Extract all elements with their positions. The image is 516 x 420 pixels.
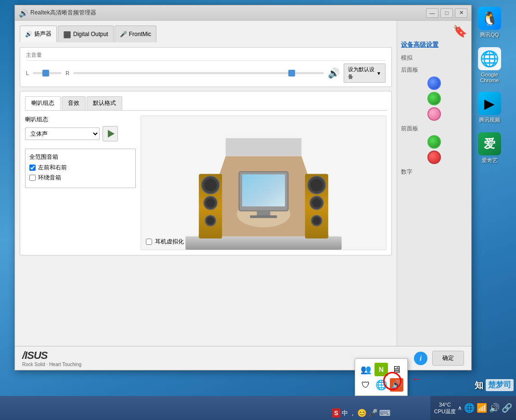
device-tab-bar: 🔊 扬声器 ▦ Digital Output 🎤 FrontMic bbox=[20, 25, 392, 42]
zhihu-logo: 知 bbox=[475, 380, 483, 391]
left-channel-label: L bbox=[26, 70, 29, 76]
tab-digital-output[interactable]: ▦ Digital Output bbox=[58, 25, 114, 42]
front-connector-1[interactable] bbox=[427, 135, 441, 149]
rear-connector-3[interactable] bbox=[427, 107, 441, 121]
content-area: 🔊 扬声器 ▦ Digital Output 🎤 FrontMic 主音量 L bbox=[15, 21, 471, 346]
surround-checkbox[interactable] bbox=[29, 175, 36, 181]
digital-tab-label: Digital Output bbox=[73, 31, 108, 38]
headphone-row: 耳机虚拟化 bbox=[146, 238, 184, 246]
speaker-left-panel: 喇叭组态 立体声 全范围音箱 bbox=[25, 115, 136, 250]
checkbox-row-surround: 环绕音箱 bbox=[29, 174, 131, 182]
speaker-select-row: 立体声 bbox=[25, 126, 136, 141]
maximize-button[interactable]: □ bbox=[440, 8, 453, 18]
digital-tab-icon: ▦ bbox=[63, 29, 71, 39]
iqiyi-icon: 爱 bbox=[478, 132, 501, 155]
ime-punct-icon[interactable]: ， bbox=[349, 409, 356, 418]
speaker-tab-config[interactable]: 喇叭组态 bbox=[25, 96, 61, 110]
desktop-icon-chrome[interactable]: 🌐 GoogleChrome bbox=[470, 45, 509, 85]
ime-s-icon[interactable]: S bbox=[332, 408, 340, 418]
svg-point-8 bbox=[206, 198, 215, 207]
chrome-icon: 🌐 bbox=[478, 47, 501, 70]
app-icon: 🔊 bbox=[19, 9, 27, 17]
cpu-temp-display: 34°C CPU温度 bbox=[434, 401, 456, 415]
speaker-section: 喇叭组态 音效 默认格式 喇叭组态 立体声 bbox=[20, 91, 392, 255]
rear-panel-label: 后面板 bbox=[401, 66, 467, 74]
default-device-label: 设为默认设备 bbox=[348, 66, 374, 80]
rear-connector-2[interactable] bbox=[427, 92, 441, 105]
desktop-icon-tenvideo[interactable]: ▶ 腾讯视频 bbox=[470, 90, 509, 126]
popup-icon-network[interactable]: 🌐 bbox=[374, 378, 388, 392]
ime-emoji-icon[interactable]: 😊 bbox=[357, 408, 367, 418]
volume-label: 主音量 bbox=[26, 51, 386, 61]
svg-point-10 bbox=[207, 217, 214, 224]
popup-icon-display[interactable]: 🖥 bbox=[390, 363, 403, 376]
info-button[interactable]: i bbox=[414, 352, 427, 365]
popup-icon-volume[interactable]: 🔊 bbox=[390, 378, 403, 392]
close-button[interactable]: ✕ bbox=[455, 8, 467, 18]
frontmic-tab-label: FrontMic bbox=[129, 31, 152, 38]
taskbar-expand-button[interactable]: ∧ bbox=[458, 405, 462, 411]
svg-point-6 bbox=[204, 179, 217, 191]
taskbar-system-tray: 34°C CPU温度 ∧ 🌐 📶 🔊 🔗 bbox=[430, 396, 516, 420]
left-front-label: 左前和右前 bbox=[38, 164, 67, 172]
tab-speakers[interactable]: 🔊 扬声器 bbox=[20, 25, 57, 42]
right-channel-label: R bbox=[65, 70, 69, 76]
left-slider-thumb[interactable] bbox=[42, 70, 49, 76]
speaker-tab-effects[interactable]: 音效 bbox=[62, 96, 86, 110]
main-volume-slider[interactable] bbox=[73, 72, 324, 74]
speaker-config-select[interactable]: 立体声 bbox=[25, 127, 100, 140]
connector-section: 模拟 后面板 前面板 数字 bbox=[401, 54, 467, 176]
taskbar-network-icon[interactable]: 🌐 bbox=[464, 403, 475, 413]
speaker-tab-bar: 喇叭组态 音效 默认格式 bbox=[25, 96, 387, 111]
ime-keyboard-icon[interactable]: ⌨ bbox=[379, 408, 390, 418]
front-connector-2[interactable] bbox=[427, 151, 441, 164]
popup-icon-shield[interactable]: 🛡 bbox=[359, 378, 373, 392]
popup-icon-nvidia[interactable]: N bbox=[374, 363, 388, 376]
right-panel: 🔖 设备高级设置 模拟 后面板 前面板 数字 bbox=[397, 21, 471, 346]
play-button[interactable] bbox=[103, 126, 118, 141]
ime-mic-icon[interactable]: 🎤 bbox=[368, 408, 378, 418]
asus-branding: /ISUS Rock Solid · Heart Touching bbox=[22, 349, 81, 367]
popup-icon-users[interactable]: 👥 bbox=[359, 363, 373, 376]
svg-rect-19 bbox=[242, 174, 285, 206]
dropdown-arrow-icon[interactable]: ▼ bbox=[376, 71, 381, 76]
bookmark-icon: 🔖 bbox=[453, 25, 467, 38]
ime-zh-icon[interactable]: 中 bbox=[342, 409, 348, 418]
mute-button[interactable]: 🔊 bbox=[328, 67, 340, 79]
digital-label: 数字 bbox=[401, 168, 467, 176]
chumengsi-logo: 楚梦司 bbox=[486, 379, 514, 391]
svg-point-13 bbox=[310, 179, 323, 191]
minimize-button[interactable]: — bbox=[426, 8, 439, 18]
speaker-content-area: 喇叭组态 立体声 全范围音箱 bbox=[25, 115, 387, 250]
taskbar-popup: 👥 N 🖥 🛡 🌐 🔊 bbox=[355, 358, 408, 396]
advanced-settings-link[interactable]: 设备高级设置 bbox=[401, 40, 467, 49]
tab-frontmic[interactable]: 🎤 FrontMic bbox=[115, 25, 157, 42]
headphone-checkbox[interactable] bbox=[146, 239, 152, 245]
speaker-tab-default-format[interactable]: 默认格式 bbox=[87, 96, 122, 110]
desktop-icon-iqiyi[interactable]: 爱 爱奇艺 bbox=[470, 130, 509, 166]
tenvideo-label: 腾讯视频 bbox=[479, 116, 500, 124]
left-front-checkbox[interactable] bbox=[29, 165, 36, 171]
taskbar-wifi-icon[interactable]: 📶 bbox=[477, 403, 487, 413]
set-default-device-button[interactable]: 设为默认设备 ▼ bbox=[344, 64, 386, 83]
iqiyi-label: 爱奇艺 bbox=[482, 157, 498, 164]
stage-svg bbox=[141, 116, 386, 250]
taskbar-bluetooth-icon[interactable]: 🔗 bbox=[502, 403, 512, 413]
ok-button[interactable]: 确定 bbox=[432, 351, 464, 366]
svg-point-15 bbox=[312, 198, 322, 207]
front-panel-label: 前面板 bbox=[401, 125, 467, 133]
desktop-icon-qq[interactable]: 🐧 腾讯QQ bbox=[470, 5, 509, 40]
left-volume-slider[interactable] bbox=[33, 72, 62, 74]
speaker-config-label: 喇叭组态 bbox=[25, 115, 136, 124]
volume-controls: L R 🔊 设为默认设备 ▼ bbox=[26, 64, 386, 83]
tenvideo-icon: ▶ bbox=[478, 92, 501, 115]
chrome-label: GoogleChrome bbox=[480, 72, 499, 83]
taskbar-volume-icon[interactable]: 🔊 bbox=[489, 403, 500, 413]
main-slider-thumb[interactable] bbox=[288, 70, 295, 76]
svg-point-17 bbox=[313, 217, 320, 224]
asus-logo: /ISUS bbox=[22, 349, 81, 362]
play-icon bbox=[108, 130, 115, 138]
realtek-window: 🔊 Realtek高清晰音频管理器 — □ ✕ 🔊 扬声器 ▦ Digital … bbox=[14, 5, 472, 370]
rear-connector-1[interactable] bbox=[427, 76, 441, 90]
checkbox-row-left-front: 左前和右前 bbox=[29, 164, 131, 172]
